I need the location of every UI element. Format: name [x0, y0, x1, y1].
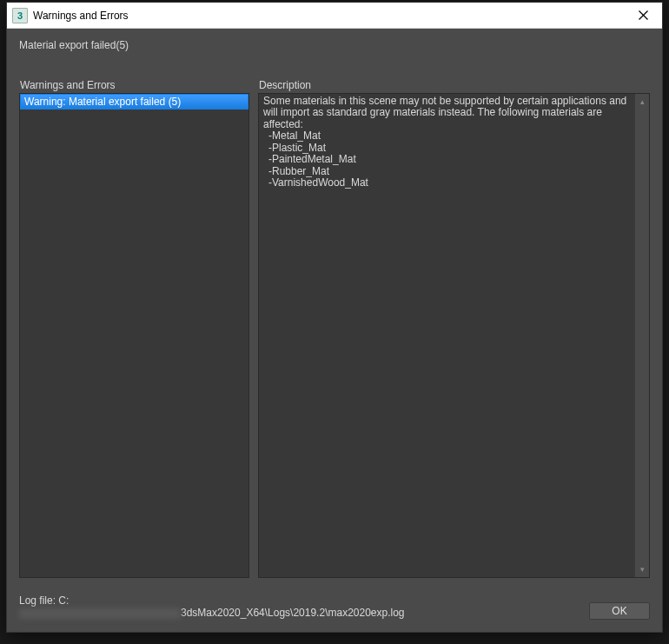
scrollbar[interactable]: ▴ ▾	[634, 94, 649, 577]
log-file-path-suffix: 3dsMax2020_X64\Logs\2019.2\max2020exp.lo…	[181, 607, 405, 620]
log-area: Log file: C: 3dsMax2020_X64\Logs\2019.2\…	[19, 595, 580, 620]
list-item[interactable]: Warning: Material export failed (5)	[20, 94, 248, 110]
scroll-down-icon[interactable]: ▾	[635, 561, 649, 577]
warnings-errors-dialog: 3 Warnings and Errors Material export fa…	[6, 2, 663, 633]
description-item: -Metal_Mat	[263, 130, 630, 142]
title-bar: 3 Warnings and Errors	[7, 3, 662, 29]
warnings-panel-label: Warnings and Errors	[19, 79, 249, 91]
description-item: -Plastic_Mat	[263, 143, 630, 154]
app-icon: 3	[12, 8, 28, 23]
footer: Log file: C: 3dsMax2020_X64\Logs\2019.2\…	[19, 595, 650, 620]
log-file-path: 3dsMax2020_X64\Logs\2019.2\max2020exp.lo…	[19, 607, 580, 620]
ok-button[interactable]: OK	[589, 602, 650, 620]
window-title: Warnings and Errors	[33, 10, 624, 22]
redacted-path-segment	[19, 608, 181, 619]
subtitle: Material export failed(5)	[19, 39, 650, 51]
description-panel: Description Some materials in this scene…	[258, 79, 650, 578]
description-item: -VarnishedWood_Mat	[263, 177, 630, 189]
description-text[interactable]: Some materials in this scene may not be …	[259, 94, 634, 577]
log-file-label: Log file: C:	[19, 595, 580, 607]
close-button[interactable]	[624, 3, 662, 29]
description-intro: Some materials in this scene may not be …	[263, 96, 630, 130]
close-icon	[639, 10, 648, 20]
description-item: -PaintedMetal_Mat	[263, 154, 630, 165]
description-item: -Rubber_Mat	[263, 166, 630, 177]
scroll-up-icon[interactable]: ▴	[635, 94, 649, 110]
description-box: Some materials in this scene may not be …	[258, 93, 650, 578]
warnings-panel: Warnings and Errors Warning: Material ex…	[19, 79, 249, 578]
description-panel-label: Description	[258, 79, 650, 91]
panels: Warnings and Errors Warning: Material ex…	[19, 79, 650, 578]
warnings-listbox[interactable]: Warning: Material export failed (5)	[19, 93, 249, 578]
dialog-body: Material export failed(5) Warnings and E…	[7, 29, 662, 632]
